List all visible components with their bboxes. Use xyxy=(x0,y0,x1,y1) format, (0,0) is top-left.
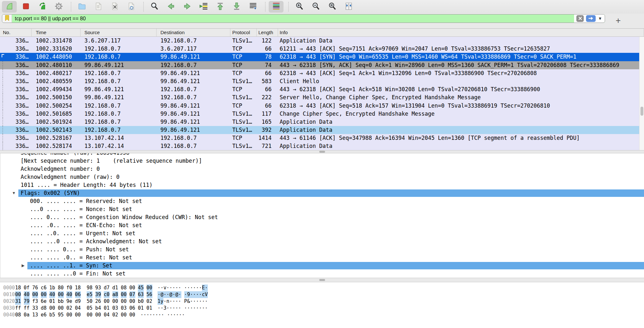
hex-byte[interactable]: 07 xyxy=(130,291,135,298)
packet-row[interactable]: 336…1002.3314783.6.207.117192.168.0.7TLS… xyxy=(0,37,644,45)
hex-byte[interactable]: 0f xyxy=(24,285,30,291)
detail-line[interactable]: .... ..0. .... = Urgent: Not set xyxy=(0,229,644,237)
hex-byte[interactable]: d9 xyxy=(75,298,81,305)
hex-byte[interactable]: 31 xyxy=(15,298,21,305)
hex-byte[interactable]: 04 xyxy=(75,305,81,312)
hex-byte[interactable]: 1b xyxy=(49,285,55,291)
packet-row[interactable]: 336…1002.49943499.86.49.121192.168.0.7TC… xyxy=(0,85,644,93)
detail-line[interactable]: 1011 .... = Header Length: 44 bytes (11) xyxy=(0,181,644,189)
packet-row[interactable]: 336…1002.52817413.107.42.14192.168.0.7TL… xyxy=(0,142,644,150)
open-file-button[interactable] xyxy=(74,1,89,13)
hex-byte[interactable]: 40 xyxy=(24,291,30,298)
filter-dropdown-caret[interactable]: ▼ xyxy=(598,16,602,21)
reload-file-button[interactable] xyxy=(124,1,139,13)
hex-byte[interactable]: 6e xyxy=(41,298,47,305)
go-forward-button[interactable] xyxy=(180,1,195,13)
packet-row[interactable]: 336…1002.52816713.107.42.14192.168.0.7TC… xyxy=(0,134,644,142)
column-header-info[interactable]: Info xyxy=(278,29,644,36)
hex-byte[interactable]: 00 xyxy=(41,291,47,298)
capture-options-button[interactable] xyxy=(51,1,66,13)
hex-byte[interactable]: 00 xyxy=(75,312,81,318)
go-back-button[interactable] xyxy=(163,1,178,13)
hex-byte[interactable]: ff xyxy=(15,305,21,312)
hex-byte[interactable]: 18 xyxy=(15,285,21,291)
hex-byte[interactable]: 50 xyxy=(87,298,92,305)
packet-row[interactable]: 336…1002.480559192.168.0.799.86.49.121TL… xyxy=(0,77,644,85)
zoom-reset-button[interactable] xyxy=(325,1,340,13)
hex-byte[interactable]: 01 xyxy=(147,305,152,312)
packet-row[interactable]: 336…1002.331620192.168.0.73.6.207.117TCP… xyxy=(0,45,644,53)
detail-line[interactable]: .... ...0 .... = Acknowledgment: Not set xyxy=(0,237,644,246)
resize-columns-button[interactable] xyxy=(341,1,356,13)
hex-byte[interactable]: 06 xyxy=(75,291,81,298)
hex-byte[interactable]: b4 xyxy=(95,305,101,312)
hex-byte[interactable]: 03 xyxy=(121,305,127,312)
packet-row[interactable]: 336…1002.48011099.86.49.121192.168.0.7TC… xyxy=(0,61,644,69)
collapse-arrow-icon[interactable]: ▼ xyxy=(12,189,16,197)
zoom-in-button[interactable] xyxy=(292,1,307,13)
detail-line[interactable]: 000. .... .... = Reserved: Not set xyxy=(0,197,644,205)
hex-byte[interactable]: 00 xyxy=(58,291,64,298)
hex-byte[interactable]: d7 xyxy=(104,285,110,291)
hex-byte[interactable]: c6 xyxy=(41,285,47,291)
hex-byte[interactable]: 02 xyxy=(112,312,118,318)
hex-row[interactable]: 00203179f36e01bb9ed9502600000000b0021y·n… xyxy=(0,298,644,305)
hex-byte[interactable]: 76 xyxy=(32,285,38,291)
column-header-protocol[interactable]: Protocol xyxy=(230,29,257,36)
pane-splitter-bottom[interactable] xyxy=(0,278,644,282)
go-last-packet-button[interactable] xyxy=(229,1,244,13)
packet-row[interactable]: 336…1002.448050192.168.0.799.86.49.121TC… xyxy=(0,53,644,61)
hex-byte[interactable]: 39 xyxy=(95,291,101,298)
hex-byte[interactable]: 00 xyxy=(66,312,72,318)
hex-byte[interactable]: 00 xyxy=(121,291,127,298)
detail-line[interactable]: .... 0... .... = Congestion Window Reduc… xyxy=(0,213,644,221)
hex-byte[interactable]: 18 xyxy=(75,285,81,291)
packet-row[interactable]: 336…1002.501924192.168.0.799.86.49.121TL… xyxy=(0,118,644,126)
packet-list-scrollbar[interactable] xyxy=(639,37,644,150)
hex-byte[interactable]: e6 xyxy=(41,312,47,318)
detail-line[interactable]: ...0 .... .... = Nonce: Not set xyxy=(0,205,644,213)
hex-byte[interactable]: 00 xyxy=(130,285,135,291)
hex-byte[interactable]: 40 xyxy=(49,291,55,298)
hex-byte[interactable]: d8 xyxy=(41,305,47,312)
detail-line[interactable]: .... .... 0... = Push: Not set xyxy=(0,246,644,254)
display-filter-input[interactable]: tcp.port == 80 || udp.port == 80 ▼ xyxy=(2,14,605,23)
hex-byte[interactable]: 00 xyxy=(49,305,55,312)
hex-byte[interactable]: 01 xyxy=(104,305,110,312)
detail-line[interactable]: [Next sequence number: 1 (relative seque… xyxy=(0,157,644,165)
detail-line[interactable]: .... .... ...0 = Fin: Not set xyxy=(0,270,644,278)
hex-byte[interactable]: b5 xyxy=(49,312,55,318)
filter-bookmark-button[interactable] xyxy=(2,14,12,23)
hex-row[interactable]: 0040080a13e6b5950000000004020000········… xyxy=(0,312,644,318)
hex-byte[interactable]: 00 xyxy=(58,305,64,312)
clear-filter-button[interactable] xyxy=(576,15,584,22)
detail-line[interactable]: Acknowledgment number (raw): 0 xyxy=(0,173,644,181)
hex-byte[interactable]: 95 xyxy=(58,312,64,318)
hex-byte[interactable]: 03 xyxy=(112,305,118,312)
column-header-source[interactable]: Source xyxy=(81,29,157,36)
hex-byte[interactable]: 79 xyxy=(24,298,30,305)
hex-byte[interactable]: 26 xyxy=(95,298,101,305)
hex-row[interactable]: 0000180f76c61b80f0189893d7d108004500··v·… xyxy=(0,285,644,291)
hex-byte[interactable]: 98 xyxy=(87,285,92,291)
stop-capture-button[interactable] xyxy=(18,1,33,13)
hex-byte[interactable]: f0 xyxy=(66,285,72,291)
hex-byte[interactable]: c0 xyxy=(104,291,110,298)
hex-byte[interactable]: e5 xyxy=(87,291,92,298)
hex-byte[interactable]: 00 xyxy=(130,298,135,305)
detail-line[interactable]: ▶.... .... ..1. = Syn: Set xyxy=(0,262,644,270)
hex-byte[interactable]: 80 xyxy=(58,285,64,291)
close-file-button[interactable] xyxy=(107,1,122,13)
start-capture-button[interactable] xyxy=(2,1,17,13)
packet-row[interactable]: 336…1002.480217192.168.0.799.86.49.121TC… xyxy=(0,69,644,77)
hex-byte[interactable]: 9e xyxy=(66,298,72,305)
hex-byte[interactable]: 45 xyxy=(138,285,144,291)
packet-row[interactable]: 336…1002.501685192.168.0.799.86.49.121TL… xyxy=(0,110,644,118)
hex-byte[interactable]: 00 xyxy=(15,291,21,298)
packet-row[interactable]: 336…1002.50015099.86.49.121192.168.0.7TL… xyxy=(0,93,644,101)
save-file-button[interactable] xyxy=(91,1,106,13)
hex-byte[interactable]: 56 xyxy=(147,291,152,298)
apply-filter-button[interactable] xyxy=(586,15,596,22)
colorize-button[interactable] xyxy=(269,1,284,13)
hex-byte[interactable]: 00 xyxy=(121,312,127,318)
